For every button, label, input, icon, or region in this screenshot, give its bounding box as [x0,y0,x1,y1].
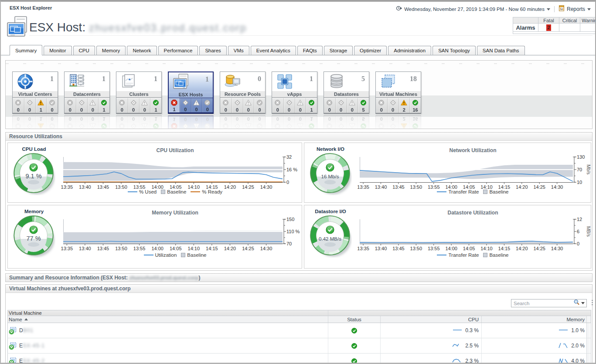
chart-title-memory: Memory Utilization [63,210,287,216]
tile-virtual-centers[interactable]: 1Virtual Centers0010 [12,71,58,114]
svg-text:13:40: 13:40 [375,246,387,251]
panel-resize-handle[interactable] [592,300,593,306]
time-range-caret-icon[interactable] [547,8,550,10]
alarms-critical-cell[interactable] [559,24,580,32]
status-critical-icon [182,99,189,106]
column-header-name[interactable]: Name [8,316,328,323]
tab-network[interactable]: Network [127,46,157,55]
tile-status-cell-fatal[interactable]: 1 [169,98,180,112]
alarms-fatal-cell[interactable]: 2 [538,24,559,32]
tile-status-cell-critical[interactable]: 0 [128,98,139,113]
tile-status-cell-critical[interactable]: 0 [387,98,398,113]
alarms-warning-cell[interactable] [580,24,596,32]
tab-event-analytics[interactable]: Event Analytics [251,46,296,55]
tile-status-cell-normal[interactable]: 1 [150,98,161,113]
tile-esx-hosts[interactable]: 1ESX Hosts1000 [168,71,214,114]
tile-datastores[interactable]: 5Datastores0005 [324,71,369,114]
gauge-datastore-i-o[interactable]: 0.42 MB/s [309,215,352,259]
tile-status-cell-critical[interactable]: 0 [76,98,87,113]
status-normal-icon [256,99,263,106]
tab-monitor[interactable]: Monitor [44,46,72,55]
tile-status-cell-normal[interactable]: 0 [46,98,58,113]
tile-status-cell-normal[interactable]: 1 [306,98,317,113]
tab-summary[interactable]: Summary [10,45,42,55]
gauge-memory[interactable]: 77 % [13,215,55,259]
tile-datacenters[interactable]: 1Datacenters0001 [64,71,110,114]
tile-status-cell-fatal[interactable]: 0 [220,98,232,113]
tab-san-topology[interactable]: SAN Topology [433,46,476,55]
tile-status-cell-warning[interactable]: 0 [243,98,254,113]
vm-table-row[interactable]: ESX-45-12.5 %2.0 % [7,338,591,354]
tab-administration[interactable]: Administration [388,46,431,55]
vm-name-redacted: SX-45-2 [23,358,45,364]
column-header-status[interactable]: Status [328,316,380,323]
tab-storage[interactable]: Storage [324,46,353,55]
vm-section-header[interactable]: Virtual Machines at zhuesxfve03.prod.que… [6,285,592,293]
tile-virtual-machines[interactable]: 18Virtual Machines00216 [375,71,421,114]
tile-clusters[interactable]: 1Clusters0001 [116,71,162,114]
tile-status-cell-warning[interactable]: 2 [398,98,410,113]
tile-vapps[interactable]: 1vApps0001 [272,71,317,114]
search-icon[interactable] [573,299,580,307]
search-input[interactable]: Search [511,301,573,306]
tile-status-cell-critical[interactable]: 0 [24,98,35,113]
tile-status-count: 1 [173,107,176,112]
tab-memory[interactable]: Memory [96,46,126,55]
sparkline [452,358,463,364]
svg-text:16 %: 16 % [286,167,297,172]
search-options-caret-icon[interactable] [581,302,585,304]
tile-status-cell-normal[interactable]: 1 [98,98,109,113]
tile-status-cell-warning[interactable]: 1 [35,98,47,113]
tile-status-cell-warning[interactable]: 0 [87,98,99,113]
vm-table-row[interactable]: DB010.3 %1.0 % [7,323,591,338]
vm-memory-cell: 4.0 % [481,354,586,364]
gauge-cpu-load[interactable]: 9.1 % [13,153,55,197]
tile-status-cell-critical[interactable]: 0 [232,98,243,113]
tile-status-cell-normal[interactable]: 0 [254,98,265,113]
vm-name-cell[interactable]: ESX-45-1 [8,342,328,350]
tile-status-cell-fatal[interactable]: 0 [376,98,387,113]
vm-name-cell[interactable]: ESX-45-2 [8,357,328,364]
column-header-cpu[interactable]: CPU [380,316,481,323]
tile-resource-pools[interactable]: 0Resource Pools0000 [220,71,266,114]
tile-status-cell-critical[interactable]: 0 [335,98,347,113]
tab-cpu[interactable]: CPU [73,46,95,55]
tile-status-cell-fatal[interactable]: 0 [65,98,76,113]
tile-status-cell-warning[interactable]: 0 [295,98,306,113]
time-range-text[interactable]: Wednesday, November 27, 2019 1:34:09 PM … [404,7,545,12]
tile-status-cell-fatal[interactable]: 0 [324,98,335,113]
svg-text:14:15: 14:15 [498,246,511,251]
column-header-memory[interactable]: Memory [481,316,586,323]
gauge-network-i-o[interactable]: 16 Mb/s [309,153,352,197]
tab-faqts[interactable]: FAQts [297,46,323,55]
vm-table-row[interactable]: ESX-45-22.3 %4.0 % [7,354,591,364]
tile-status-cell-critical[interactable]: 0 [283,98,295,113]
tab-performance[interactable]: Performance [158,46,198,55]
tile-status-cell-fatal[interactable]: 0 [116,98,128,113]
resource-utilizations-header[interactable]: Resource Utilizations [6,133,592,141]
sparkline [558,327,569,333]
tile-status-cell-warning[interactable]: 0 [347,98,358,113]
status-fatal-icon [119,99,125,106]
tile-status-cell-normal[interactable]: 5 [358,98,369,113]
legend-item: Utilization [144,252,177,258]
tile-status-cell-fatal[interactable]: 0 [13,98,24,113]
reports-button[interactable]: Reports [567,6,585,12]
datacenters-icon-part [68,73,86,90]
tab-optimizer[interactable]: Optimizer [354,46,387,55]
tile-status-cell-normal[interactable]: 0 [202,98,213,112]
chart-memory[interactable]: 13:3513:4013:4513:5013:5514:0014:0514:10… [60,216,303,258]
tile-status-cell-fatal[interactable]: 0 [272,98,283,113]
tile-status-cell-critical[interactable]: 0 [180,98,191,112]
vm-name-cell[interactable]: DB01 [8,327,328,334]
chart-datastore[interactable]: 13:3513:4013:4513:5013:5514:0014:0514:10… [356,216,592,258]
summary-section-header[interactable]: Summary and Resource Information (ESX Ho… [5,273,593,282]
reports-caret-icon[interactable] [587,8,591,10]
tab-san-data-paths[interactable]: SAN Data Paths [477,46,525,55]
tab-vms[interactable]: VMs [228,46,249,55]
tile-status-cell-warning[interactable]: 0 [191,98,202,112]
tile-status-cell-normal[interactable]: 16 [409,98,421,113]
tab-shares[interactable]: Shares [199,46,226,55]
tile-status-cell-warning[interactable]: 0 [139,98,150,113]
search-box[interactable]: Search [511,299,587,307]
